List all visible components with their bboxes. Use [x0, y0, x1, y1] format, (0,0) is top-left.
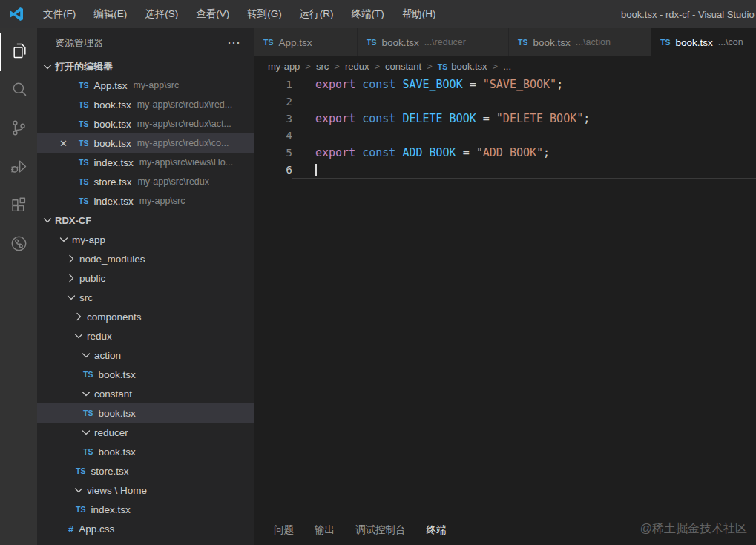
code-editor[interactable]: 1export const SAVE_BOOK = "SAVE_BOOK";23… — [254, 76, 756, 512]
tab-file-dir: ...\con — [718, 37, 743, 47]
panel-tab-problems[interactable]: 问题 — [273, 517, 295, 541]
breadcrumb-item[interactable]: TSbook.tsx — [438, 61, 487, 72]
breadcrumb-item[interactable]: ... — [503, 61, 511, 72]
code-line-5[interactable]: 5export const ADD_BOOK = "ADD_BOOK"; — [254, 145, 756, 162]
line-number: 2 — [254, 93, 292, 110]
panel-tab-terminal[interactable]: 终端 — [426, 517, 447, 541]
file-name: index.tsx — [93, 196, 133, 207]
code-line-2[interactable]: 2 — [254, 93, 756, 110]
line-number: 5 — [254, 145, 292, 162]
line-number: 4 — [254, 128, 292, 145]
typescript-file-icon: TS — [79, 158, 88, 167]
code-line-3[interactable]: 3export const DELETE_BOOK = "DELETE_BOOK… — [254, 110, 756, 128]
tree-folder-components[interactable]: components — [37, 307, 254, 326]
panel-tab-output[interactable]: 输出 — [314, 517, 335, 541]
open-editor-item[interactable]: TSstore.tsxmy-app\src\redux — [37, 172, 254, 191]
open-editor-item[interactable]: ✕TSbook.tsxmy-app\src\redux\co... — [37, 133, 254, 153]
breadcrumb-item[interactable]: my-app — [268, 61, 300, 72]
tab-file-name: book.tsx — [381, 37, 418, 48]
code-line-4[interactable]: 4 — [254, 128, 756, 145]
tree-file-book.tsx[interactable]: TSbook.tsx — [37, 365, 254, 384]
breadcrumb-separator-icon: > — [334, 61, 340, 72]
file-name: book.tsx — [93, 99, 131, 110]
workspace-section-header[interactable]: RDX-CF — [37, 211, 254, 230]
menu-item[interactable]: 终端(T) — [343, 0, 393, 28]
menu-item[interactable]: 查看(V) — [187, 0, 238, 28]
editor-tab-App.tsx[interactable]: TSApp.tsx — [254, 28, 357, 56]
breadcrumb-item[interactable]: constant — [385, 61, 421, 72]
tree-folder-node_modules[interactable]: node_modules — [37, 249, 254, 268]
tree-folder-public[interactable]: public — [37, 268, 254, 288]
open-editor-item[interactable]: TSindex.tsxmy-app\src — [37, 191, 254, 211]
menu-item[interactable]: 帮助(H) — [393, 0, 445, 28]
menu-item[interactable]: 文件(F) — [34, 0, 85, 28]
editor-tab-book.tsx-reducer[interactable]: TSbook.tsx...\reducer — [358, 28, 508, 56]
code-token: export — [315, 78, 355, 91]
typescript-file-icon: TS — [76, 466, 85, 475]
tree-folder-src[interactable]: src — [37, 288, 254, 307]
activity-search-button[interactable] — [0, 71, 37, 110]
menu-item[interactable]: 转到(G) — [238, 0, 291, 28]
code-token: "SAVE_BOOK" — [483, 78, 556, 91]
panel-tab-bar: 问题输出调试控制台终端 — [263, 517, 457, 541]
tree-file-store.tsx[interactable]: TSstore.tsx — [37, 461, 254, 480]
tab-file-name: App.tsx — [278, 37, 312, 48]
activity-extensions-button[interactable] — [0, 187, 37, 225]
vscode-logo-icon — [7, 5, 25, 23]
open-editor-item[interactable]: TSbook.tsxmy-app\src\redux\red... — [37, 95, 254, 114]
breadcrumb-label: book.tsx — [451, 61, 487, 72]
tree-file-App.css[interactable]: #App.css — [37, 519, 254, 538]
close-icon[interactable]: ✕ — [59, 133, 68, 153]
open-editor-item[interactable]: TSindex.tsxmy-app\src\views\Ho... — [37, 153, 254, 172]
open-editors-section-header[interactable]: 打开的编辑器 — [37, 58, 254, 76]
code-token: = — [476, 112, 496, 125]
menu-item[interactable]: 运行(R) — [291, 0, 343, 28]
activity-explorer-button[interactable] — [0, 33, 37, 71]
file-path: my-app\src — [133, 80, 179, 90]
open-editor-item[interactable]: TSApp.tsxmy-app\src — [37, 76, 254, 95]
panel-tab-debug-console[interactable]: 调试控制台 — [355, 517, 407, 541]
tree-file-book.tsx[interactable]: TSbook.tsx — [37, 442, 254, 461]
breadcrumb-item[interactable]: redux — [345, 61, 369, 72]
breadcrumb-label: src — [316, 61, 329, 72]
typescript-file-icon: TS — [76, 505, 85, 514]
code-token — [355, 78, 362, 91]
tree-item-label: book.tsx — [98, 369, 135, 380]
typescript-file-icon: TS — [79, 81, 88, 90]
tree-folder-reducer[interactable]: reducer — [37, 423, 254, 442]
editor-tab-book.tsx-action[interactable]: TSbook.tsx...\action — [509, 28, 651, 56]
breadcrumb-item[interactable]: src — [316, 61, 329, 72]
more-actions-icon[interactable]: ⋯ — [227, 35, 241, 51]
open-editor-item[interactable]: TSbook.tsxmy-app\src\redux\act... — [37, 114, 254, 133]
code-token: "DELETE_BOOK" — [496, 112, 583, 125]
tree-file-index.tsx[interactable]: TSindex.tsx — [37, 500, 254, 519]
breadcrumb-separator-icon: > — [427, 61, 433, 72]
breadcrumb-separator-icon: > — [493, 61, 499, 72]
tree-file-book.tsx[interactable]: TSbook.tsx — [37, 403, 254, 423]
circle-branch-icon — [9, 234, 29, 256]
menu-item[interactable]: 选择(S) — [136, 0, 187, 28]
activity-source-control-button[interactable] — [0, 110, 37, 148]
code-token: const — [362, 78, 395, 91]
menu-item[interactable]: 编辑(E) — [85, 0, 136, 28]
editor-tab-book.tsx-con[interactable]: TSbook.tsx...\con — [651, 28, 756, 56]
line-text — [292, 162, 756, 179]
code-token: = — [463, 78, 483, 91]
line-text — [292, 128, 756, 145]
code-token: "ADD_BOOK" — [476, 146, 543, 159]
tree-item-label: App.css — [79, 523, 114, 535]
tree-folder-my-app[interactable]: my-app — [37, 230, 254, 249]
tree-folder-redux[interactable]: redux — [37, 326, 254, 346]
tree-item-label: src — [79, 292, 93, 303]
tree-folder-constant[interactable]: constant — [37, 384, 254, 403]
text-cursor — [315, 164, 317, 176]
tree-folder-action[interactable]: action — [37, 346, 254, 365]
activity-circle-branch-button[interactable] — [0, 225, 37, 264]
code-line-1[interactable]: 1export const SAVE_BOOK = "SAVE_BOOK"; — [254, 76, 756, 93]
line-number: 3 — [254, 110, 292, 128]
explorer-sidebar: 资源管理器 ⋯ 打开的编辑器 TSApp.tsxmy-app\srcTSbook… — [37, 28, 254, 545]
tab-file-name: book.tsx — [533, 37, 570, 48]
tree-folder-viewsHome[interactable]: views \ Home — [37, 480, 254, 500]
activity-run-debug-button[interactable] — [0, 148, 37, 187]
code-line-6[interactable]: 6 — [254, 162, 756, 179]
